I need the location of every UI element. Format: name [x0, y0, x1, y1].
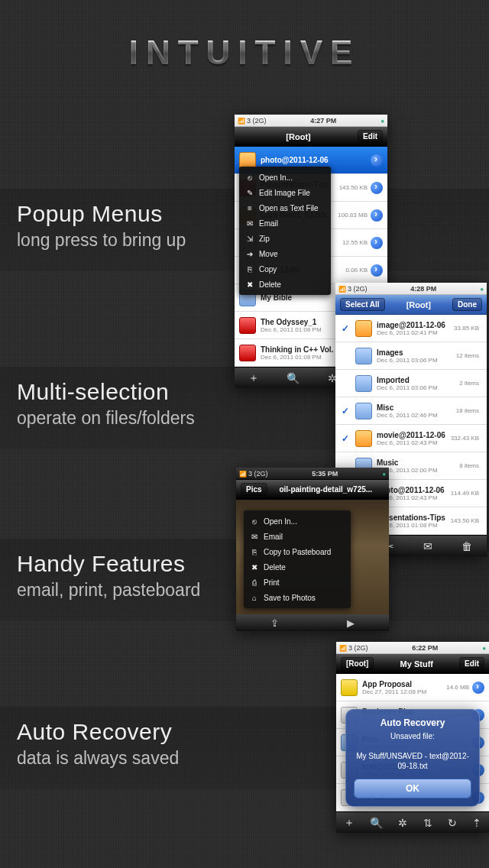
file-row[interactable]: ✓image@2011-12-06Dec 6, 2011 02:41 PM33.… — [335, 315, 487, 342]
detail-chevron-icon[interactable] — [371, 154, 383, 167]
menu-label: Move — [259, 250, 277, 258]
menu-item[interactable]: ⎘Copy to Pasteboard — [244, 544, 351, 559]
search-icon[interactable]: 🔍 — [370, 817, 383, 829]
battery-icon — [482, 644, 486, 652]
nav-title: My Stuff — [374, 659, 459, 669]
edit-button[interactable]: Edit — [358, 130, 383, 143]
nav-title: [Root] — [239, 132, 358, 141]
sort-icon[interactable]: ⇅ — [423, 817, 432, 829]
status-bar: 3 (2G) 4:28 PM — [335, 283, 487, 295]
menu-label: Email — [264, 533, 283, 541]
search-icon[interactable]: 🔍 — [287, 372, 300, 384]
file-name: Images — [377, 348, 456, 357]
file-row[interactable]: ✓movie@2011-12-06Dec 6, 2011 02:43 PM332… — [335, 425, 487, 452]
file-meta: 332.43 KB — [451, 435, 479, 442]
checkbox[interactable]: ✓ — [340, 433, 351, 444]
file-meta: 8 items — [459, 462, 479, 469]
battery-icon — [382, 470, 386, 478]
edit-button[interactable]: Edit — [459, 657, 484, 670]
back-button[interactable]: Pics — [241, 483, 267, 496]
menu-label: Open as Text File — [259, 204, 319, 212]
image-toolbar: ⇪ ▶ — [236, 614, 389, 631]
done-button[interactable]: Done — [452, 298, 482, 311]
menu-item[interactable]: ⇲Zip — [239, 231, 331, 246]
menu-label: Zip — [259, 235, 270, 243]
file-row[interactable]: App ProposalDec 27, 2011 12:08 PM14.6 MB — [336, 674, 489, 701]
file-meta: 12.55 KB — [342, 239, 368, 246]
menu-item[interactable]: ⎋Open In... — [244, 513, 351, 529]
detail-chevron-icon[interactable] — [371, 209, 383, 222]
file-row[interactable]: ImagesDec 6, 2011 03:06 PM12 items — [335, 342, 487, 370]
menu-icon: ⎙ — [248, 578, 261, 587]
detail-chevron-icon[interactable] — [472, 682, 484, 694]
add-icon[interactable]: ＋ — [248, 371, 259, 385]
alert-message: Unsaved file: My Stuff/UNSAVED - text@20… — [354, 731, 471, 771]
nav-title: [Root] — [385, 300, 452, 309]
mail-icon[interactable]: ✉ — [423, 540, 432, 552]
detail-chevron-icon[interactable] — [371, 182, 383, 194]
battery-icon — [381, 117, 384, 125]
file-icon — [341, 679, 358, 696]
file-meta: 33.85 KB — [454, 325, 479, 332]
refresh-icon[interactable]: ↻ — [448, 817, 457, 829]
context-menu: ⎋Open In...✉Email⎘Copy to Pasteboard✖Del… — [244, 510, 351, 608]
file-row[interactable]: ImportedDec 6, 2011 03:06 PM2 items — [335, 370, 487, 397]
checkbox[interactable]: ✓ — [340, 323, 351, 334]
menu-item[interactable]: ✖Delete — [239, 277, 331, 292]
menu-item[interactable]: ≡Open as Text File — [239, 200, 331, 215]
menu-item[interactable]: ⎙Print — [244, 575, 351, 590]
carrier-label: 3 (2G) — [247, 117, 267, 125]
menu-label: Delete — [259, 280, 281, 289]
wifi-icon[interactable]: ⇡ — [472, 817, 481, 829]
select-all-button[interactable]: Select All — [340, 298, 385, 311]
screenshot-auto-recovery: 3 (2G) 6:22 PM [Root] My Stuff Edit App … — [336, 642, 489, 833]
menu-icon: ✎ — [244, 189, 256, 197]
play-icon[interactable]: ▶ — [347, 617, 355, 629]
checkbox[interactable] — [340, 351, 351, 361]
checkbox[interactable]: ✓ — [340, 406, 351, 416]
clock: 4:28 PM — [368, 285, 481, 293]
menu-label: Edit Image File — [259, 189, 310, 197]
file-name: App Proposal — [362, 680, 446, 688]
menu-icon: ✖ — [248, 563, 261, 572]
share-icon[interactable]: ⇪ — [270, 617, 279, 629]
menu-label: Save to Photos — [264, 594, 316, 602]
gear-icon[interactable]: ✲ — [398, 817, 407, 829]
back-button[interactable]: [Root] — [341, 657, 374, 670]
menu-item[interactable]: ✉Email — [239, 215, 331, 231]
file-date: Dec 6, 2011 02:46 PM — [377, 412, 456, 419]
clock: 4:27 PM — [267, 117, 381, 125]
file-name: Music — [377, 458, 459, 467]
file-icon — [355, 348, 372, 364]
detail-chevron-icon[interactable] — [371, 237, 383, 249]
signal-icon — [339, 644, 348, 652]
menu-item[interactable]: ⌂Save to Photos — [244, 590, 351, 605]
file-name: Imported — [377, 376, 459, 384]
menu-label: Open In... — [259, 173, 293, 182]
file-meta: 143.50 KB — [339, 184, 368, 191]
menu-icon: ⌂ — [248, 594, 261, 602]
detail-chevron-icon[interactable] — [371, 264, 383, 277]
menu-label: Copy to Pasteboard — [264, 548, 331, 556]
menu-item[interactable]: ✎Edit Image File — [239, 185, 331, 200]
trash-icon[interactable]: 🗑 — [461, 540, 472, 552]
menu-item[interactable]: ✖Delete — [244, 559, 351, 575]
menu-item[interactable]: ⎘Copy — [239, 261, 331, 277]
checkbox[interactable] — [340, 378, 351, 389]
context-menu: ⎋Open In...✎Edit Image File≡Open as Text… — [239, 167, 331, 295]
menu-item[interactable]: ⎋Open In... — [239, 170, 331, 185]
menu-icon: ✉ — [244, 219, 256, 228]
carrier-label: 3 (2G) — [348, 644, 368, 652]
menu-icon: ⇲ — [244, 235, 256, 243]
nav-bar: [Root] Edit — [235, 127, 387, 147]
menu-item[interactable]: ✉Email — [244, 529, 351, 544]
file-date: Dec 6, 2011 02:43 PM — [377, 439, 451, 446]
menu-label: Email — [259, 219, 278, 228]
ok-button[interactable]: OK — [354, 779, 471, 798]
add-icon[interactable]: ＋ — [344, 816, 355, 830]
menu-item[interactable]: ➔Move — [239, 246, 331, 261]
status-bar: 3 (2G) 6:22 PM — [336, 642, 489, 654]
file-name: Misc — [377, 403, 456, 412]
file-date: Dec 6, 2011 02:41 PM — [377, 329, 454, 336]
file-row[interactable]: ✓MiscDec 6, 2011 02:46 PM18 items — [335, 397, 487, 425]
